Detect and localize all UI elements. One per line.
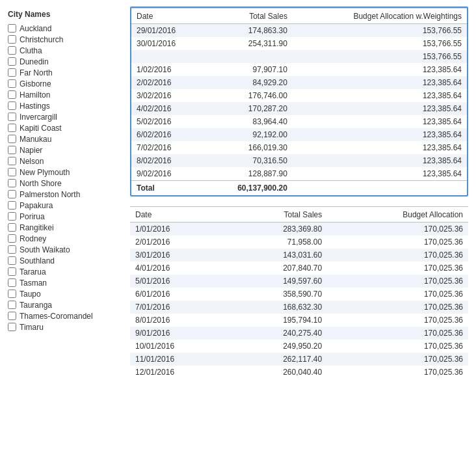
city-checkbox[interactable]: [8, 35, 16, 44]
table-cell: 262,117.40: [229, 353, 328, 366]
city-checkbox[interactable]: [8, 46, 16, 55]
table-row: 4/02/2016170,287.20123,385.64: [131, 102, 467, 115]
city-checkbox[interactable]: [8, 113, 16, 121]
city-label: Dunedin: [20, 57, 49, 66]
highlighted-table-wrapper: DateTotal SalesBudget Allocation w.Weigh…: [130, 7, 468, 196]
city-item: Auckland: [7, 23, 124, 34]
table-cell: 8/01/2016: [130, 314, 229, 327]
table-cell: 254,311.90: [204, 37, 293, 50]
table-cell: [131, 50, 204, 63]
table-row: 11/01/2016262,117.40170,025.36: [130, 353, 468, 366]
table-cell: 5/02/2016: [131, 115, 204, 128]
city-item: Papakura: [7, 200, 124, 211]
city-checkbox[interactable]: [8, 234, 16, 243]
city-label: Thames-Coromandel: [20, 312, 93, 321]
city-checkbox[interactable]: [8, 201, 16, 210]
city-checkbox[interactable]: [8, 135, 16, 143]
table-cell: 170,025.36: [327, 288, 468, 301]
city-label: North Shore: [20, 179, 62, 188]
city-checkbox[interactable]: [8, 179, 16, 187]
table-cell: 195,794.10: [229, 314, 328, 327]
table2-wrapper: DateTotal SalesBudget Allocation 1/01/20…: [130, 206, 468, 379]
city-checkbox[interactable]: [8, 267, 16, 276]
city-label: Gisborne: [20, 79, 51, 88]
col-header: Total Sales: [229, 207, 328, 223]
city-item: Timaru: [7, 321, 124, 332]
table-cell: 283,369.80: [229, 223, 328, 236]
table-footer-cell: 60,137,900.20: [204, 181, 293, 196]
city-item: Tauranga: [7, 299, 124, 310]
city-sidebar: City Names AucklandChristchurchCluthaDun…: [7, 7, 124, 453]
table-cell: 170,025.36: [327, 275, 468, 288]
city-checkbox[interactable]: [8, 290, 16, 298]
city-label: Timaru: [20, 323, 44, 332]
city-item: Christchurch: [7, 34, 124, 45]
city-item: Thames-Coromandel: [7, 310, 124, 321]
city-checkbox[interactable]: [8, 124, 16, 132]
city-checkbox[interactable]: [8, 24, 16, 33]
city-checkbox[interactable]: [8, 256, 16, 265]
table-cell: 71,958.00: [229, 236, 328, 249]
city-label: Kapiti Coast: [20, 124, 62, 133]
city-item: Rodney: [7, 233, 124, 244]
city-label: Clutha: [20, 46, 42, 55]
city-label: Rangitikei: [20, 223, 54, 232]
city-checkbox[interactable]: [8, 245, 16, 254]
table-footer-cell: [293, 181, 467, 196]
table-cell: 123,385.64: [293, 76, 467, 89]
city-checkbox[interactable]: [8, 157, 16, 165]
table-cell: 3/01/2016: [130, 249, 229, 262]
city-label: Southland: [20, 256, 55, 265]
city-item: Napier: [7, 144, 124, 156]
table-cell: 6/02/2016: [131, 128, 204, 141]
city-checkbox[interactable]: [8, 168, 16, 176]
table-cell: 2/02/2016: [131, 76, 204, 89]
city-checkbox[interactable]: [8, 301, 16, 309]
table-row: 6/01/2016358,590.70170,025.36: [130, 288, 468, 301]
table-cell: 123,385.64: [293, 154, 467, 167]
table1: DateTotal SalesBudget Allocation w.Weigh…: [131, 8, 467, 195]
table-cell: [204, 50, 293, 63]
city-checkbox[interactable]: [8, 223, 16, 232]
table-cell: 358,590.70: [229, 288, 328, 301]
table-row: 10/01/2016249,950.20170,025.36: [130, 340, 468, 353]
table-cell: 3/02/2016: [131, 89, 204, 102]
table-row: 2/01/201671,958.00170,025.36: [130, 236, 468, 249]
table2: DateTotal SalesBudget Allocation 1/01/20…: [130, 206, 468, 379]
table2-body: 1/01/2016283,369.80170,025.362/01/201671…: [130, 223, 468, 379]
table-row: 1/02/201697,907.10123,385.64: [131, 63, 467, 76]
table-cell: 170,025.36: [327, 340, 468, 353]
table-cell: 9/01/2016: [130, 327, 229, 340]
city-checkbox[interactable]: [8, 323, 16, 331]
table-cell: 170,025.36: [327, 249, 468, 262]
table-cell: 1/02/2016: [131, 63, 204, 76]
table-cell: 153,766.55: [293, 50, 467, 63]
table-cell: 6/01/2016: [130, 288, 229, 301]
table-row: 3/01/2016143,031.60170,025.36: [130, 249, 468, 262]
city-checkbox[interactable]: [8, 57, 16, 66]
city-checkbox[interactable]: [8, 101, 16, 110]
table-cell: 153,766.55: [293, 37, 467, 50]
city-item: Nelson: [7, 156, 124, 167]
city-checkbox[interactable]: [8, 68, 16, 77]
table-cell: 174,863.30: [204, 24, 293, 38]
city-checkbox[interactable]: [8, 212, 16, 221]
city-checkbox[interactable]: [8, 90, 16, 99]
city-label: Hamilton: [20, 90, 50, 100]
table-cell: 123,385.64: [293, 115, 467, 128]
city-checkbox[interactable]: [8, 146, 16, 154]
table-cell: 170,025.36: [327, 301, 468, 314]
city-item: Hastings: [7, 100, 124, 111]
city-item: South Waikato: [7, 244, 124, 255]
city-checkbox[interactable]: [8, 79, 16, 88]
col-header: Total Sales: [204, 8, 293, 24]
city-label: Christchurch: [20, 35, 63, 44]
table-row: 5/01/2016149,597.60170,025.36: [130, 275, 468, 288]
table-cell: 8/02/2016: [131, 154, 204, 167]
table-row: 30/01/2016254,311.90153,766.55: [131, 37, 467, 50]
table-footer-cell: Total: [131, 181, 204, 196]
table-row: 9/01/2016240,275.40170,025.36: [130, 327, 468, 340]
city-checkbox[interactable]: [8, 278, 16, 287]
city-checkbox[interactable]: [8, 312, 16, 320]
city-checkbox[interactable]: [8, 190, 16, 198]
